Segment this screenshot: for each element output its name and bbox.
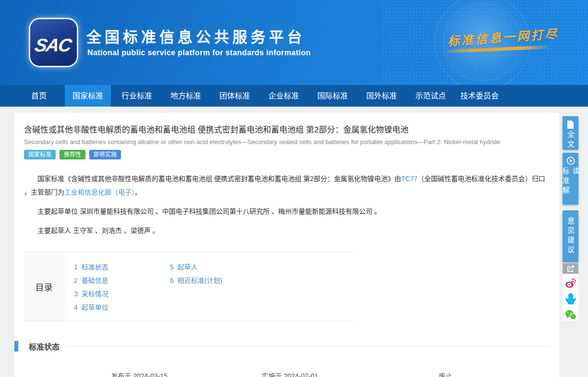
para1-text-2: （全国碱性蓄电池标准化技术委员会）归口 — [418, 175, 545, 182]
paragraph-ownership: 国家标准《含碱性或其他非酸性电解质的蓄电池和蓄电池组 便携式密封蓄电池和蓄电池组… — [24, 172, 550, 199]
nav-item-national-standards[interactable]: 国家标准 — [65, 85, 111, 107]
nav-item-home[interactable]: 首页 — [16, 85, 62, 107]
toc-item-drafters[interactable]: 5起草人 — [170, 260, 222, 274]
section-accent-bar — [14, 341, 18, 352]
timeline-label-abolished: 废止 — [439, 371, 452, 377]
site-subtitle: National public service platform for sta… — [87, 49, 311, 57]
status-timeline: 发布于 2024-03-15 实施于 2024-07-01 废止 — [14, 365, 559, 377]
interpretation-button-label: 标准解读 — [561, 167, 581, 205]
interpretation-button[interactable]: 标准解读 — [563, 153, 578, 205]
toc-item-adoption[interactable]: 3采标情况 — [74, 287, 170, 301]
content-card: 含碱性或其他非酸性电解质的蓄电池和蓄电池组 便携式密封蓄电池和蓄电池组 第2部分… — [14, 113, 559, 377]
wechat-icon — [565, 310, 576, 320]
nav-item-local-standards[interactable]: 地方标准 — [163, 85, 209, 107]
fulltext-button-label: 全文 — [565, 131, 576, 150]
sac-logo-text: SAC — [34, 35, 73, 56]
nav-item-technical-committee[interactable]: 技术委员会 — [456, 85, 503, 107]
paragraph-drafting-units: 主要起草单位 深圳市量能科技有限公司 、中国电子科技集团公司第十八研究所 、梅州… — [24, 205, 550, 218]
play-icon — [566, 157, 575, 165]
status-section-title: 标准状态 — [29, 341, 60, 352]
nav-item-group-standards[interactable]: 团体标准 — [212, 85, 258, 107]
sac-logo[interactable]: SAC — [30, 19, 77, 66]
page: 标准信息一网打尽 SAC 全国标准信息公共服务平台 National publi… — [0, 0, 588, 377]
nav-item-foreign-standards[interactable]: 国外标准 — [359, 85, 405, 107]
standard-title-en: Secondary cells and batteries containing… — [24, 138, 550, 146]
nav-item-pilot-demo[interactable]: 示范试点 — [408, 85, 454, 107]
toc-label: 目录 — [24, 252, 64, 321]
toc-item-drafting-units[interactable]: 4起草单位 — [74, 301, 170, 314]
timeline-label-implemented: 实施于 2024-07-01 — [262, 371, 318, 377]
share-icon — [567, 265, 575, 272]
toc-item-basic-info[interactable]: 2基础信息 — [74, 274, 170, 287]
toc-item-status[interactable]: 1标准状态 — [74, 260, 170, 274]
nav-item-enterprise-standards[interactable]: 企业标准 — [261, 85, 307, 107]
para1-text-1: 国家标准《含碱性或其他非酸性电解质的蓄电池和蓄电池组 便携式密封蓄电池和蓄电池组… — [37, 175, 401, 182]
para1-text-3: ，主管部门为 — [24, 188, 64, 196]
tc77-link[interactable]: TC77 — [401, 175, 418, 182]
weibo-icon — [565, 278, 576, 288]
nav-item-international-standards[interactable]: 国际标准 — [310, 85, 356, 107]
feedback-button[interactable]: 意见建议 — [563, 210, 578, 262]
document-icon — [567, 121, 574, 129]
site-header: 标准信息一网打尽 SAC 全国标准信息公共服务平台 National publi… — [0, 0, 588, 85]
tag-national-standard: 国家标准 — [24, 150, 56, 159]
section-divider-line — [66, 346, 550, 347]
standard-tags: 国家标准 推荐性 即将实施 — [24, 150, 550, 159]
qq-icon — [565, 293, 576, 304]
main-nav: 首页 国家标准 行业标准 地方标准 团体标准 企业标准 国际标准 国外标准 示范… — [0, 85, 588, 107]
feedback-button-label: 意见建议 — [565, 217, 576, 255]
toc-item-similar-standards[interactable]: 6相近标准(计划) — [170, 274, 222, 287]
status-section-header: 标准状态 — [14, 341, 550, 352]
tag-recommended: 推荐性 — [60, 150, 85, 159]
timeline-label-published: 发布于 2024-03-15 — [111, 371, 168, 377]
ministry-link[interactable]: 工业和信息化部（电子） — [64, 188, 135, 196]
table-of-contents: 目录 1标准状态 2基础信息 3采标情况 4起草单位 5起草人 6相近标准(计划… — [24, 252, 353, 321]
share-panel — [563, 263, 578, 321]
paragraph-drafters: 主要起草人 王守军 、刘浩杰 、梁德声 。 — [24, 224, 550, 237]
site-title: 全国标准信息公共服务平台 — [86, 25, 305, 47]
fulltext-button[interactable]: 全文 — [563, 116, 578, 150]
share-button[interactable] — [563, 263, 578, 274]
tag-upcoming: 即将实施 — [89, 150, 121, 159]
standard-title-cn: 含碱性或其他非酸性电解质的蓄电池和蓄电池组 便携式密封蓄电池和蓄电池组 第2部分… — [24, 123, 550, 135]
nav-item-industry-standards[interactable]: 行业标准 — [114, 85, 160, 107]
weibo-share[interactable] — [565, 277, 576, 290]
para1-text-4: 。 — [135, 188, 142, 196]
qq-share[interactable] — [565, 292, 576, 305]
wechat-share[interactable] — [565, 308, 576, 321]
